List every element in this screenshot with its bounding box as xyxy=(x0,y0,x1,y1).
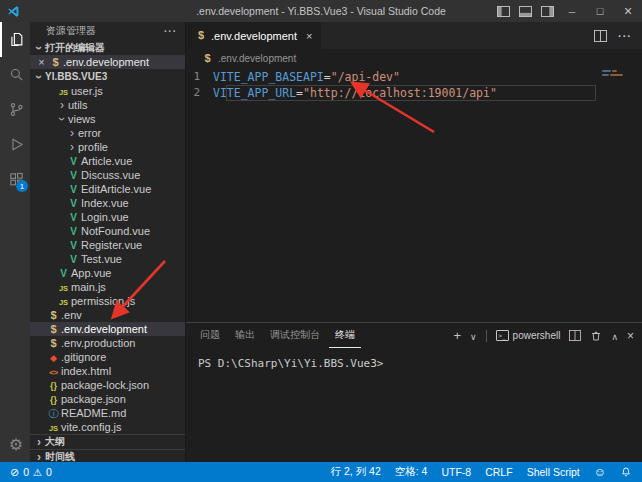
tree-item-article-vue[interactable]: Article.vue xyxy=(30,154,185,168)
search-icon xyxy=(8,66,25,83)
toggle-panel-icon[interactable] xyxy=(514,0,536,22)
extensions-badge: 1 xyxy=(16,180,28,192)
tree-item-notfound-vue[interactable]: NotFound.vue xyxy=(30,224,185,238)
notifications-bell-icon[interactable] xyxy=(620,466,632,478)
tree-item-register-vue[interactable]: Register.vue xyxy=(30,238,185,252)
tree-item-vite-config-js[interactable]: vite.config.js xyxy=(30,420,185,434)
indentation-status[interactable]: 空格: 4 xyxy=(395,465,428,479)
cursor-position[interactable]: 行 2, 列 42 xyxy=(331,465,381,479)
open-editors-header[interactable]: 打开的编辑器 xyxy=(30,40,185,55)
split-terminal-icon[interactable] xyxy=(569,330,581,341)
chevron-down-icon xyxy=(33,71,45,83)
chevron-right-icon xyxy=(33,436,45,448)
activity-source-control[interactable] xyxy=(0,92,30,127)
tree-item-login-vue[interactable]: Login.vue xyxy=(30,210,185,224)
maximize-panel-icon[interactable] xyxy=(611,330,618,342)
terminal-output[interactable]: PS D:\CSharp\Yi\Yi.BBS.Vue3> xyxy=(186,348,642,462)
outline-section-header[interactable]: 大纲 xyxy=(30,434,185,449)
tree-item-discuss-vue[interactable]: Discuss.vue xyxy=(30,168,185,182)
close-editor-icon[interactable] xyxy=(35,56,48,68)
tree-item-env-development[interactable]: .env.development xyxy=(30,322,185,336)
activity-run-debug[interactable] xyxy=(0,127,30,162)
js-file-icon xyxy=(56,86,71,97)
new-terminal-icon[interactable] xyxy=(453,328,461,343)
breadcrumb[interactable]: .env.development xyxy=(186,49,642,67)
toggle-sidebar-icon[interactable] xyxy=(492,0,514,22)
tree-item-editarticle-vue[interactable]: EditArticle.vue xyxy=(30,182,185,196)
separator xyxy=(486,330,487,342)
activity-bar-spacer xyxy=(0,197,30,427)
terminal-icon xyxy=(496,330,509,341)
json-file-icon xyxy=(46,380,61,391)
explorer-more-actions-icon[interactable] xyxy=(164,26,177,37)
tree-item-env-production[interactable]: .env.production xyxy=(30,336,185,350)
terminal-instance-powershell[interactable]: powershell xyxy=(496,330,561,341)
tree-item-main-js[interactable]: main.js xyxy=(30,280,185,294)
env-file-icon xyxy=(46,338,61,349)
language-mode[interactable]: Shell Script xyxy=(527,466,580,478)
maximize-icon xyxy=(597,5,604,17)
close-button[interactable] xyxy=(614,0,642,22)
tab-env-development[interactable]: .env.development xyxy=(186,22,321,49)
maximize-button[interactable] xyxy=(586,0,614,22)
tree-folder-profile[interactable]: profile xyxy=(30,140,185,154)
tree-item-index-vue[interactable]: Index.vue xyxy=(30,196,185,210)
open-editor-item-env-development[interactable]: .env.development xyxy=(30,55,185,69)
chevron-down-icon xyxy=(33,42,45,54)
tree-item-permission-js[interactable]: permission.js xyxy=(30,294,185,308)
tree-item-index-html[interactable]: index.html xyxy=(30,364,185,378)
js-file-icon xyxy=(46,422,61,433)
line-number: 2 xyxy=(186,85,213,101)
tree-item-gitignore[interactable]: .gitignore xyxy=(30,350,185,364)
minimap-line xyxy=(602,70,636,72)
feedback-smiley-icon[interactable] xyxy=(594,465,606,479)
chevron-down-icon xyxy=(56,113,68,125)
minimap[interactable] xyxy=(602,70,636,78)
explorer-title: 资源管理器 xyxy=(46,24,96,38)
settings-button[interactable] xyxy=(0,427,30,462)
code-editor[interactable]: 1VITE_APP_BASEAPI="/api-dev" 2VITE_APP_U… xyxy=(186,67,642,322)
open-editor-label: .env.development xyxy=(63,56,149,68)
tree-folder-utils[interactable]: utils xyxy=(30,98,185,112)
tree-item-package-lock-json[interactable]: package-lock.json xyxy=(30,378,185,392)
encoding-status[interactable]: UTF-8 xyxy=(441,466,471,478)
close-tab-icon[interactable] xyxy=(306,30,312,42)
activity-explorer[interactable] xyxy=(0,22,30,57)
tab-output[interactable]: 输出 xyxy=(229,323,261,348)
tree-item-package-json[interactable]: package.json xyxy=(30,392,185,406)
env-file-icon xyxy=(46,324,61,335)
vue-file-icon xyxy=(66,212,81,223)
kill-terminal-icon[interactable] xyxy=(590,330,602,342)
split-editor-icon[interactable] xyxy=(594,30,607,42)
tab-problems[interactable]: 问题 xyxy=(194,323,226,348)
activity-search[interactable] xyxy=(0,57,30,92)
eol-status[interactable]: CRLF xyxy=(485,466,512,478)
terminal-profile-dropdown-icon[interactable] xyxy=(470,330,477,342)
activity-extensions[interactable]: 1 xyxy=(0,162,30,197)
vue-file-icon xyxy=(66,184,81,195)
toggle-secondary-sidebar-icon[interactable] xyxy=(536,0,558,22)
timeline-section-header[interactable]: 时间线 xyxy=(30,449,185,462)
problems-status[interactable]: 0 0 xyxy=(10,466,52,479)
env-file-icon xyxy=(46,310,61,321)
tree-item-test-vue[interactable]: Test.vue xyxy=(30,252,185,266)
minimize-button[interactable] xyxy=(558,0,586,22)
tree-item-env[interactable]: .env xyxy=(30,308,185,322)
tree-item-readme-md[interactable]: README.md xyxy=(30,406,185,420)
run-debug-icon xyxy=(8,136,25,153)
tree-item-app-vue[interactable]: App.vue xyxy=(30,266,185,280)
shell-label: powershell xyxy=(513,330,561,341)
chevron-right-icon xyxy=(66,127,78,139)
tab-terminal[interactable]: 终端 xyxy=(329,323,361,348)
more-actions-icon[interactable] xyxy=(618,30,632,42)
tree-item-user-js[interactable]: user.js xyxy=(30,84,185,98)
files-icon xyxy=(8,31,25,48)
sidebar-bottom-sections: 大纲 时间线 xyxy=(30,434,185,462)
project-root-header[interactable]: YI.BBS.VUE3 xyxy=(30,69,185,84)
tree-folder-error[interactable]: error xyxy=(30,126,185,140)
git-branch-icon xyxy=(8,101,25,118)
tab-debug-console[interactable]: 调试控制台 xyxy=(264,323,326,348)
tree-folder-views[interactable]: views xyxy=(30,112,185,126)
close-panel-icon[interactable] xyxy=(627,329,634,343)
error-icon xyxy=(10,466,19,479)
